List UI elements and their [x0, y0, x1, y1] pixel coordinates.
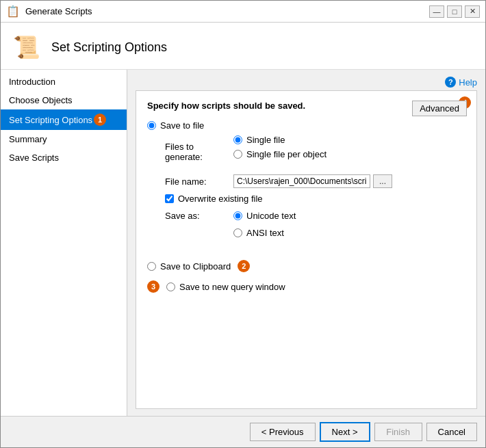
unicode-text-label[interactable]: Unicode text [246, 211, 296, 221]
single-file-radio-row: Single file [233, 135, 327, 145]
title-bar-controls: — □ ✕ [429, 5, 480, 18]
single-file-label[interactable]: Single file [246, 135, 285, 145]
save-as-label: Save as: [165, 211, 200, 221]
dialog-footer: < Previous Next > Finish Cancel [1, 416, 485, 447]
files-to-generate-options: Single file Single file per object [233, 135, 327, 163]
step-badge-3: 3 [147, 280, 159, 293]
minimize-button[interactable]: — [429, 5, 444, 18]
save-to-clipboard-radio-row: Save to Clipboard 2 [147, 260, 465, 272]
file-name-row: File name: ... [165, 174, 465, 188]
sidebar-item-choose-objects[interactable]: Choose Objects [1, 91, 127, 109]
files-to-generate-row: Files to generate: Single file Single fi… [165, 135, 465, 169]
sidebar-label-set-scripting-options: Set Scripting Options [9, 115, 92, 125]
sidebar-label-summary: Summary [9, 134, 47, 144]
help-label: Help [459, 77, 477, 88]
sidebar-label-save-scripts: Save Scripts [9, 153, 59, 163]
step-badge-2: 2 [238, 260, 250, 272]
browse-button[interactable]: ... [373, 174, 392, 188]
save-to-file-section: Save to file Files to generate: Single f… [147, 120, 465, 246]
generate-scripts-window: 📋 Generate Scripts — □ ✕ 📜 Set Scripting… [0, 0, 486, 448]
sidebar-item-introduction[interactable]: Introduction [1, 73, 127, 91]
save-to-query-window-label[interactable]: Save to new query window [179, 282, 285, 292]
save-to-clipboard-radio[interactable] [147, 262, 156, 271]
next-button[interactable]: Next > [320, 422, 370, 442]
ansi-text-label[interactable]: ANSI text [246, 228, 284, 238]
file-name-input[interactable] [233, 174, 370, 188]
finish-button[interactable]: Finish [374, 423, 422, 441]
window-title: Generate Scripts [25, 6, 429, 16]
ansi-text-radio[interactable] [233, 228, 242, 237]
file-input-group: ... [233, 174, 392, 188]
overwrite-checkbox[interactable] [165, 194, 174, 203]
single-file-per-object-radio-row: Single file per object [233, 149, 327, 159]
help-icon: ? [445, 77, 456, 88]
content-box: 4 Specify how scripts should be saved. A… [136, 90, 477, 409]
dialog-header: 📜 Set Scripting Options [1, 23, 485, 70]
dialog-icon: 📜 [12, 32, 42, 62]
sidebar: Introduction Choose Objects Set Scriptin… [1, 70, 127, 416]
file-name-label: File name: [165, 176, 233, 187]
save-to-file-radio[interactable] [147, 121, 156, 130]
advanced-button[interactable]: Advanced [412, 101, 467, 116]
unicode-text-radio-row: Unicode text [233, 211, 296, 221]
save-to-file-label[interactable]: Save to file [160, 120, 204, 131]
ansi-text-radio-row: ANSI text [233, 228, 296, 238]
save-to-query-window-radio-row: 3 Save to new query window [147, 280, 465, 293]
overwrite-label[interactable]: Overwrite existing file [178, 194, 263, 204]
main-panel: ? Help 4 Specify how scripts should be s… [127, 70, 485, 416]
overwrite-checkbox-row: Overwrite existing file [165, 194, 465, 204]
single-file-per-object-label[interactable]: Single file per object [246, 149, 327, 159]
cancel-button[interactable]: Cancel [426, 423, 477, 441]
sidebar-label-introduction: Introduction [9, 77, 55, 87]
save-to-file-radio-row: Save to file [147, 120, 465, 131]
single-file-radio[interactable] [233, 135, 242, 144]
files-to-generate-label: Files to generate: [165, 142, 233, 162]
save-as-options: Unicode text ANSI text [233, 211, 296, 242]
sidebar-label-choose-objects: Choose Objects [9, 95, 73, 105]
sidebar-item-set-scripting-options[interactable]: Set Scripting Options 1 [1, 109, 127, 130]
help-link[interactable]: ? Help [136, 77, 477, 88]
single-file-per-object-radio[interactable] [233, 150, 242, 159]
save-as-row: Save as: Unicode text ANSI text [165, 211, 465, 242]
sidebar-item-summary[interactable]: Summary [1, 130, 127, 148]
step-badge-1: 1 [94, 114, 106, 126]
dialog-title: Set Scripting Options [51, 40, 167, 55]
unicode-text-radio[interactable] [233, 211, 242, 220]
save-to-clipboard-label[interactable]: Save to Clipboard [160, 261, 231, 272]
title-bar: 📋 Generate Scripts — □ ✕ [1, 1, 485, 23]
previous-button[interactable]: < Previous [250, 423, 316, 441]
window-icon: 📋 [6, 5, 20, 18]
sidebar-item-save-scripts[interactable]: Save Scripts [1, 148, 127, 167]
dialog-body: Introduction Choose Objects Set Scriptin… [1, 70, 485, 416]
maximize-button[interactable]: □ [447, 5, 462, 18]
save-to-query-window-radio[interactable] [166, 282, 175, 291]
close-button[interactable]: ✕ [465, 5, 480, 18]
